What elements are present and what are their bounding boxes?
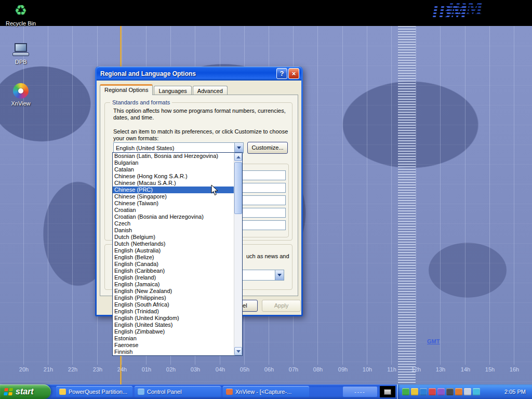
hour-label: 14h <box>458 366 473 373</box>
tray-network-icon[interactable] <box>402 388 409 395</box>
timezone-line <box>489 26 490 365</box>
combobox-dropdown-button[interactable] <box>234 143 243 153</box>
list-scrollbar[interactable] <box>234 153 242 355</box>
timezone-line <box>342 26 343 365</box>
taskbar-task-3[interactable]: XnView - [<Capture-... <box>223 386 309 397</box>
language-option[interactable]: Croatian <box>113 207 234 214</box>
language-option[interactable]: Catalan <box>113 166 234 173</box>
dialog-title: Regional and Language Options <box>100 70 275 77</box>
xnview-window-icon <box>226 389 233 395</box>
tray-shield-icon[interactable] <box>420 388 427 395</box>
start-button[interactable]: start <box>0 384 51 399</box>
language-option[interactable]: English (Jamaica) <box>113 281 234 288</box>
customize-button[interactable]: Customize... <box>247 142 288 154</box>
language-option[interactable]: Bosnian (Latin, Bosnia and Herzegovina) <box>113 153 234 159</box>
dialog-titlebar[interactable]: Regional and Language Options ? × <box>97 66 301 81</box>
taskbar-applet[interactable] <box>380 386 395 397</box>
chevron-down-icon <box>277 274 282 278</box>
language-option[interactable]: English (United Kingdom) <box>113 315 234 322</box>
task-label: PowerQuest Partition... <box>69 389 127 395</box>
language-option[interactable]: English (Canada) <box>113 261 234 268</box>
icon-label: DPB <box>15 59 27 65</box>
tray-display-icon[interactable] <box>437 388 445 395</box>
desktop: GMT 20h21h22h23h24h01h02h03h04h05h06h07h… <box>0 0 532 399</box>
help-button[interactable]: ? <box>276 68 287 79</box>
timezone-line <box>317 26 318 365</box>
ibm-logo: IBM IBM <box>429 0 507 26</box>
timezone-line <box>391 26 392 365</box>
taskbar-applet-icon <box>384 389 391 395</box>
language-option[interactable]: English (Philippines) <box>113 295 234 301</box>
apply-button: Apply <box>262 300 301 312</box>
folder-icon <box>59 389 66 395</box>
language-option[interactable]: Dutch (Belgium) <box>113 234 234 241</box>
language-option[interactable]: Chinese (Hong Kong S.A.R.) <box>113 173 234 180</box>
tray-volume-icon[interactable] <box>464 388 471 395</box>
laptop-icon <box>11 43 30 57</box>
mouse-cursor <box>211 184 219 198</box>
tray-messenger-icon[interactable] <box>473 388 480 395</box>
gmt-label: GMT <box>427 338 440 344</box>
tab-advanced[interactable]: Advanced <box>193 86 228 95</box>
tab-regional-options[interactable]: Regional Options <box>100 84 153 95</box>
clock[interactable]: 2:05 PM <box>504 389 532 395</box>
language-option[interactable]: English (New Zealand) <box>113 288 234 295</box>
taskbar-task-2[interactable]: Control Panel <box>135 386 221 397</box>
language-option[interactable]: Bulgarian <box>113 159 234 166</box>
scrollbar-thumb[interactable] <box>234 162 242 214</box>
hour-label: 01h <box>139 366 154 373</box>
language-option[interactable]: Danish <box>113 227 234 234</box>
scroll-down-button[interactable] <box>234 347 242 355</box>
language-option[interactable]: English (Ireland) <box>113 274 234 281</box>
desktop-icon-dpb[interactable]: DPB <box>4 43 37 65</box>
close-button[interactable]: × <box>288 68 299 79</box>
language-dropdown-list: Bosnian (Latin, Bosnia and Herzegovina)B… <box>112 152 243 356</box>
tray-antivirus-icon[interactable] <box>455 388 462 395</box>
language-option[interactable]: Finnish <box>113 349 234 355</box>
language-option[interactable]: English (Australia) <box>113 247 234 254</box>
standards-instruction: Select an item to match its preferences,… <box>113 128 296 142</box>
language-option[interactable]: Estonian <box>113 335 234 342</box>
taskbar: start PowerQuest Partition...Control Pan… <box>0 384 532 399</box>
timezone-line <box>514 26 514 365</box>
tab-strip: Regional OptionsLanguagesAdvanced <box>100 84 229 95</box>
language-option[interactable]: English (Trinidad) <box>113 308 234 315</box>
language-option[interactable]: Dutch (Netherlands) <box>113 241 234 247</box>
timezone-line <box>367 26 367 365</box>
desktop-icon-recycle-bin[interactable]: ♻ Recycle Bin <box>4 2 37 26</box>
tray-grid-icon[interactable] <box>446 388 454 395</box>
hour-label: 04h <box>212 366 228 373</box>
combobox-dropdown-button[interactable] <box>275 270 284 280</box>
hour-label: 10h <box>360 366 375 373</box>
date-line-hatch-band <box>398 26 416 384</box>
hour-label: 02h <box>163 366 179 373</box>
language-option[interactable]: English (United States) <box>113 322 234 328</box>
language-option[interactable]: English (South Africa) <box>113 301 234 308</box>
taskbar-task-1[interactable]: PowerQuest Partition... <box>56 386 132 397</box>
language-option[interactable]: Faeroese <box>113 342 234 349</box>
desktop-icon-xnview[interactable]: XnView <box>4 83 37 107</box>
hour-label: 06h <box>261 366 277 373</box>
timezone-line <box>48 26 48 365</box>
hour-label: 05h <box>237 366 252 373</box>
timezone-line <box>440 26 441 365</box>
tray-update-icon[interactable] <box>411 388 418 395</box>
taskbar-deskband[interactable]: ---- <box>343 387 377 397</box>
scroll-up-button[interactable] <box>234 153 242 161</box>
language-option[interactable]: Chinese (Taiwan) <box>113 200 234 207</box>
hour-label: 09h <box>335 366 351 373</box>
hour-label: 03h <box>188 366 203 373</box>
hour-label: 07h <box>286 366 301 373</box>
language-option[interactable]: Croatian (Bosnia and Herzegovina) <box>113 214 234 220</box>
language-option[interactable]: Czech <box>113 220 234 227</box>
tray-alert-icon[interactable] <box>429 388 436 395</box>
group-title: Standards and formats <box>110 99 172 105</box>
ibm-logo-stripes <box>429 0 507 26</box>
format-combobox[interactable]: English (United States) <box>113 142 244 153</box>
hour-label: 21h <box>41 366 56 373</box>
tab-languages[interactable]: Languages <box>154 86 191 95</box>
language-option[interactable]: English (Belize) <box>113 254 234 261</box>
control-panel-icon <box>138 389 144 395</box>
language-option[interactable]: English (Caribbean) <box>113 268 234 274</box>
language-option[interactable]: English (Zimbabwe) <box>113 328 234 335</box>
